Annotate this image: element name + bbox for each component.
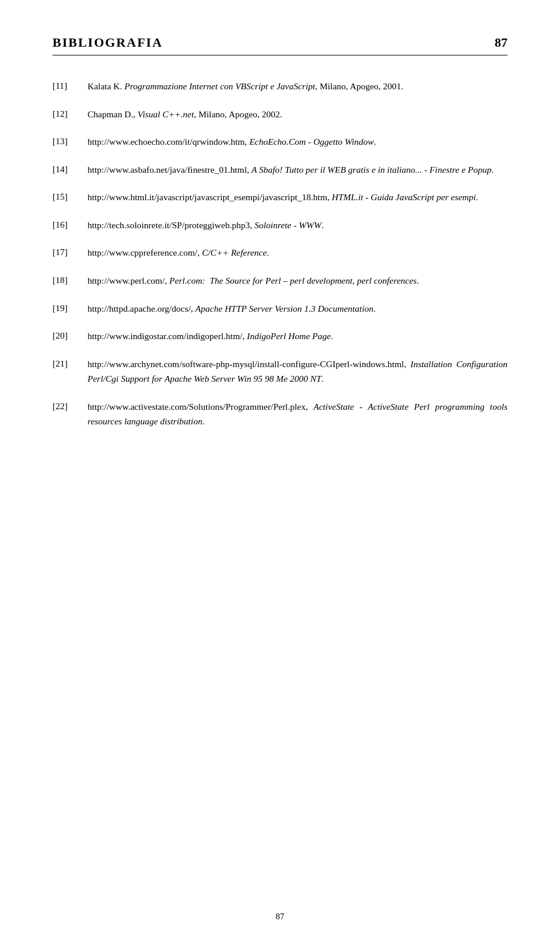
list-item: [15] http://www.html.it/javascript/javas… — [52, 190, 508, 205]
list-item: [12] Chapman D., Visual C++.net, Milano,… — [52, 107, 508, 122]
bib-label-17: [17] — [52, 245, 88, 260]
bib-content-12: Chapman D., Visual C++.net, Milano, Apog… — [88, 107, 508, 122]
list-item: [16] http://tech.soloinrete.it/SP/proteg… — [52, 218, 508, 233]
list-item: [11] Kalata K. Programmazione Internet c… — [52, 79, 508, 94]
bib-label-19: [19] — [52, 301, 88, 316]
header-title: BIBLIOGRAFIA — [52, 35, 163, 50]
bib-label-11: [11] — [52, 79, 88, 93]
bib-label-20: [20] — [52, 329, 88, 343]
bib-label-16: [16] — [52, 218, 88, 232]
page-footer: 87 — [0, 912, 560, 922]
bib-content-18: http://www.perl.com/, Perl.com: The Sour… — [88, 273, 508, 288]
footer-page-number: 87 — [276, 912, 285, 921]
bib-content-20: http://www.indigostar.com/indigoperl.htm… — [88, 329, 508, 344]
bib-label-18: [18] — [52, 273, 88, 288]
list-item: [21] http://www.archynet.com/software-ph… — [52, 357, 508, 386]
bib-label-15: [15] — [52, 190, 88, 204]
list-item: [18] http://www.perl.com/, Perl.com: The… — [52, 273, 508, 288]
page-header: BIBLIOGRAFIA 87 — [52, 35, 508, 55]
bib-content-17: http://www.cppreference.com/, C/C++ Refe… — [88, 245, 508, 260]
bib-content-16: http://tech.soloinrete.it/SP/proteggiweb… — [88, 218, 508, 233]
bib-content-13: http://www.echoecho.com/it/qrwindow.htm,… — [88, 134, 508, 149]
bib-content-22: http://www.activestate.com/Solutions/Pro… — [88, 399, 508, 429]
bibliography-list: [11] Kalata K. Programmazione Internet c… — [52, 79, 508, 429]
bib-label-22: [22] — [52, 399, 88, 414]
header-page-number: 87 — [495, 35, 508, 50]
bib-content-14: http://www.asbafo.net/java/finestre_01.h… — [88, 162, 508, 177]
page: BIBLIOGRAFIA 87 [11] Kalata K. Programma… — [0, 0, 560, 945]
list-item: [20] http://www.indigostar.com/indigoper… — [52, 329, 508, 344]
bib-label-13: [13] — [52, 134, 88, 149]
bib-content-19: http://httpd.apache.org/docs/, Apache HT… — [88, 301, 508, 316]
list-item: [19] http://httpd.apache.org/docs/, Apac… — [52, 301, 508, 316]
bib-content-15: http://www.html.it/javascript/javascript… — [88, 190, 508, 205]
list-item: [17] http://www.cppreference.com/, C/C++… — [52, 245, 508, 260]
list-item: [14] http://www.asbafo.net/java/finestre… — [52, 162, 508, 177]
bib-label-12: [12] — [52, 107, 88, 121]
bib-content-11: Kalata K. Programmazione Internet con VB… — [88, 79, 508, 94]
bib-label-14: [14] — [52, 162, 88, 177]
bib-content-21: http://www.archynet.com/software-php-mys… — [88, 357, 508, 386]
list-item: [22] http://www.activestate.com/Solution… — [52, 399, 508, 429]
bib-label-21: [21] — [52, 357, 88, 371]
list-item: [13] http://www.echoecho.com/it/qrwindow… — [52, 134, 508, 149]
